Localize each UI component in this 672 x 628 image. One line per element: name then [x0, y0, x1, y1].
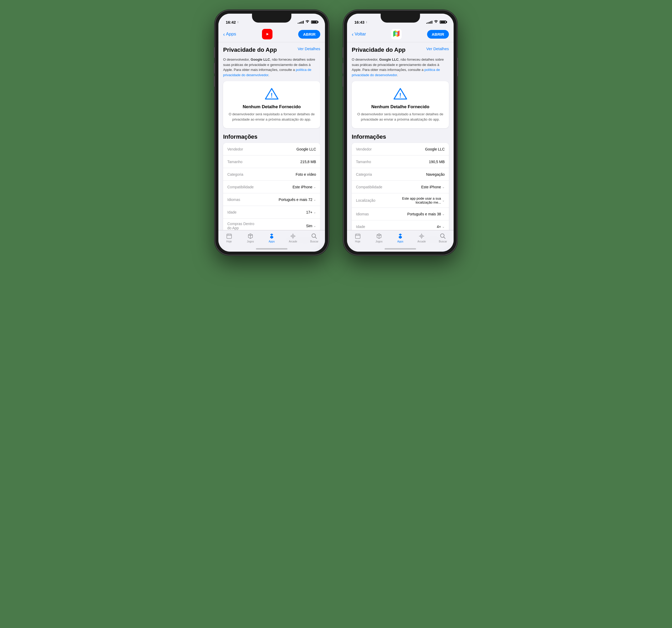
games-icon-1 [247, 233, 254, 239]
svg-marker-17 [398, 30, 400, 37]
privacy-title-1: Privacidade do App [223, 46, 277, 53]
svg-point-29 [421, 236, 422, 237]
privacy-card-2: ! Nenhum Detalhe Fornecido O desenvolved… [352, 81, 449, 128]
table-row: Categoria Navegação [352, 168, 449, 181]
tab-label: Hoje [226, 240, 232, 243]
notch-2 [381, 14, 420, 23]
tab-search-2[interactable]: Buscar [432, 233, 454, 243]
privacy-card-title-1: Nenhum Detalhe Fornecido [228, 104, 315, 110]
table-row: Categoria Foto e vídeo [223, 168, 320, 181]
games-icon-2 [376, 233, 382, 239]
details-link-2[interactable]: Ver Detalhes [426, 46, 449, 51]
today-icon-2 [355, 233, 361, 239]
tab-label: Hoje [355, 240, 360, 243]
privacy-section-2: Privacidade do App Ver Detalhes O desenv… [352, 46, 449, 128]
table-row: Tamanho 190,5 MB [352, 156, 449, 168]
tab-today-1[interactable]: Hoje [218, 233, 240, 243]
app-icon-youtube [262, 29, 272, 39]
content-1[interactable]: Privacidade do App Ver Detalhes O desenv… [218, 42, 325, 252]
back-button-1[interactable]: ‹ Apps [223, 31, 236, 37]
svg-rect-24 [355, 234, 360, 238]
status-time-1: 16:42 ↑ [226, 20, 239, 24]
signal-bars-1 [298, 21, 304, 24]
svg-point-11 [292, 236, 293, 237]
table-row[interactable]: Idade 17+ ⌄ [223, 206, 320, 218]
battery-icon-1 [311, 21, 318, 24]
table-row[interactable]: Idiomas Português e mais 72 ⌄ [223, 193, 320, 206]
table-row: Tamanho 215,8 MB [223, 156, 320, 168]
content-2[interactable]: Privacidade do App Ver Detalhes O desenv… [347, 42, 454, 252]
notch-1 [252, 14, 291, 23]
back-label-1: Apps [226, 31, 236, 37]
tab-apps-1[interactable]: Apps [261, 233, 282, 243]
arcade-icon-2 [418, 233, 425, 239]
tab-today-2[interactable]: Hoje [347, 233, 368, 243]
privacy-title-2: Privacidade do App [352, 46, 406, 53]
info-title-2: Informações [352, 134, 449, 140]
phone-1: 16:42 ↑ [215, 10, 328, 255]
privacy-card-text-1: O desenvolvedor será requisitado a forne… [228, 112, 315, 122]
tab-games-2[interactable]: Jogos [368, 233, 389, 243]
svg-text:!: ! [271, 92, 273, 99]
tab-label: Jogos [247, 240, 254, 243]
svg-line-31 [443, 237, 445, 238]
privacy-card-1: ! Nenhum Detalhe Fornecido O desenvolved… [223, 81, 320, 128]
tab-label-active: Apps [398, 240, 404, 243]
policy-link-1[interactable]: política de privacidade do desenvolvedor [223, 68, 311, 77]
table-row[interactable]: Localização Este app pode usar a sua loc… [352, 193, 449, 208]
search-icon-2 [440, 233, 446, 239]
tab-search-1[interactable]: Buscar [304, 233, 325, 243]
tab-label: Buscar [439, 240, 447, 243]
phone-2: 16:43 ↑ [344, 10, 457, 255]
svg-line-13 [315, 237, 317, 238]
table-row[interactable]: Compatibilidade Este iPhone ⌄ [352, 181, 449, 193]
info-title-1: Informações [223, 134, 320, 140]
table-row[interactable]: Compatibilidade Este iPhone ⌄ [223, 181, 320, 193]
nav-bar-2: ‹ Voltar ABRIR [347, 27, 454, 42]
wifi-icon-2 [434, 20, 438, 24]
open-button-2[interactable]: ABRIR [427, 30, 449, 39]
policy-link-2[interactable]: política de privacidade do desenvolvedor [352, 68, 440, 77]
svg-point-19 [396, 33, 397, 34]
today-icon-1 [226, 233, 232, 239]
open-button-1[interactable]: ABRIR [298, 30, 320, 39]
tab-arcade-2[interactable]: Arcade [411, 233, 432, 243]
app-icon-maps [391, 29, 402, 39]
back-arrow-2: ‹ [352, 31, 354, 37]
tab-label: Arcade [417, 240, 426, 243]
details-link-1[interactable]: Ver Detalhes [298, 46, 320, 51]
nav-bar-1: ‹ Apps ABRIR [218, 27, 325, 42]
svg-text:!: ! [399, 92, 401, 99]
tab-apps-2[interactable]: Apps [389, 233, 411, 243]
privacy-card-title-2: Nenhum Detalhe Fornecido [357, 104, 444, 110]
home-indicator-1 [256, 248, 287, 250]
svg-rect-6 [227, 234, 232, 238]
search-icon-1 [311, 233, 317, 239]
privacy-text-2: O desenvolvedor, Google LLC, não fornece… [352, 57, 449, 77]
back-label-2: Voltar [355, 31, 366, 37]
tab-label: Buscar [310, 240, 318, 243]
privacy-section-1: Privacidade do App Ver Detalhes O desenv… [223, 46, 320, 128]
home-indicator-2 [385, 248, 416, 250]
status-icons-1 [298, 20, 318, 24]
privacy-card-text-2: O desenvolvedor será requisitado a forne… [357, 112, 444, 122]
phone-2-screen: 16:43 ↑ [347, 14, 454, 252]
location-icon-2: ↑ [366, 21, 367, 24]
warning-icon-2: ! [393, 88, 407, 100]
apps-icon-1 [268, 233, 275, 239]
table-row[interactable]: Idiomas Português e mais 38 ⌄ [352, 208, 449, 220]
tab-label: Jogos [375, 240, 382, 243]
tab-arcade-1[interactable]: Arcade [283, 233, 304, 243]
wifi-icon-1 [305, 20, 310, 24]
apps-icon-2 [397, 233, 404, 239]
privacy-header-1: Privacidade do App Ver Detalhes [223, 46, 320, 55]
arcade-icon-1 [290, 233, 296, 239]
tab-games-1[interactable]: Jogos [240, 233, 261, 243]
battery-icon-2 [440, 21, 446, 24]
back-button-2[interactable]: ‹ Voltar [352, 31, 366, 37]
table-row: Vendedor Google LLC [223, 143, 320, 156]
warning-icon-1: ! [265, 88, 279, 100]
phone-1-screen: 16:42 ↑ [218, 14, 325, 252]
signal-bars-2 [426, 21, 432, 24]
tab-label-active: Apps [269, 240, 275, 243]
